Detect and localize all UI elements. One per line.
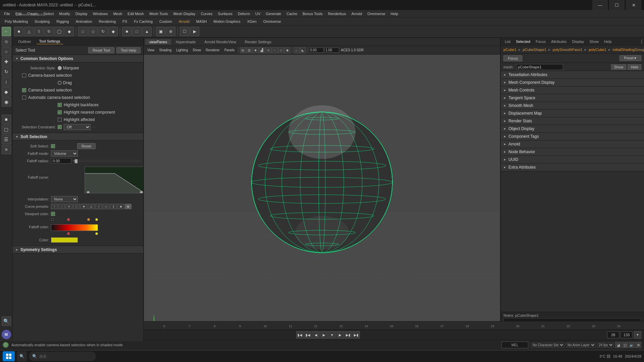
module-mash[interactable]: MASH — [193, 19, 210, 24]
vp-icon-4[interactable]: ▟ — [259, 47, 265, 53]
section-object-display-header[interactable]: ► Object Display — [501, 125, 644, 132]
section-tangent-space-header[interactable]: ► Tangent Space — [501, 94, 644, 102]
highlight-backfaces-checkbox[interactable]: ✓ — [58, 103, 62, 107]
tool-move[interactable]: ✚ — [2, 57, 11, 66]
breadcrumb-polysmoothface1[interactable]: polySmoothFace1 — [553, 48, 583, 52]
mel-python-toggle[interactable]: MEL — [501, 342, 528, 348]
toolbar-btn-17[interactable]: ▶ — [190, 27, 199, 36]
tool-layers[interactable]: ▢ — [2, 125, 11, 134]
module-fx-caching[interactable]: Fx Caching — [130, 19, 156, 24]
vp-lighting-btn[interactable]: Lighting — [174, 48, 190, 52]
section-arnold-header[interactable]: ► Arnold — [501, 140, 644, 148]
preset-btn-9[interactable]: ∥ — [110, 204, 117, 209]
start-button[interactable] — [3, 351, 15, 361]
status-btn-4[interactable]: ⚙ — [635, 342, 641, 348]
toolbar-btn-13[interactable]: ▲ — [142, 27, 152, 36]
section-component-tags-header[interactable]: ► Component Tags — [501, 133, 644, 140]
module-arnold[interactable]: Arnold — [175, 19, 193, 24]
tool-rotate[interactable]: ↻ — [2, 67, 11, 76]
reset-tool-button[interactable]: Reset Tool — [88, 47, 114, 53]
toolbar-btn-8[interactable]: ◇ — [88, 27, 98, 36]
common-selection-section[interactable]: ▼ Common Selection Options — [13, 55, 143, 62]
vp-cam-2[interactable]: ◣ — [300, 47, 306, 53]
toolbar-btn-16[interactable]: ☐ — [180, 27, 189, 36]
status-btn-2[interactable]: ◫ — [622, 342, 628, 348]
pb-goto-start[interactable]: ▮◀ — [296, 331, 304, 339]
menu-curves[interactable]: Curves — [198, 11, 215, 16]
breadcrumb-polycube1[interactable]: polyCube1 — [589, 48, 606, 52]
module-rigging[interactable]: Rigging — [53, 19, 72, 24]
status-btn-3[interactable]: 🔉 — [629, 342, 635, 348]
toolbar-btn-5[interactable]: ◯ — [54, 27, 64, 36]
vp-value-input-2[interactable] — [324, 48, 339, 53]
module-omniverse[interactable]: Omniverse — [260, 19, 284, 24]
camera-based-1-checkbox[interactable] — [22, 73, 26, 77]
menu-file[interactable]: File — [1, 11, 13, 16]
color-stop-red[interactable] — [67, 218, 70, 221]
right-tab-selected[interactable]: Selected — [513, 39, 533, 44]
lower-stop-red[interactable] — [67, 232, 70, 235]
highlight-nearest-checkbox[interactable]: ✓ — [58, 110, 62, 114]
symmetry-settings-section[interactable]: ► Symmetry Settings — [13, 246, 143, 253]
tool-channel[interactable]: ☰ — [2, 135, 11, 144]
auto-camera-checkbox[interactable] — [22, 96, 26, 100]
section-mesh-controls-header[interactable]: ► Mesh Controls — [501, 86, 644, 94]
vp-panels-btn[interactable]: Panels — [222, 48, 237, 52]
camera-based-2-checkbox[interactable]: ✓ — [22, 88, 26, 92]
vp-icon-5[interactable]: ⊙ — [265, 47, 271, 53]
minimize-button[interactable]: — — [592, 0, 608, 10]
color-stop-black[interactable] — [51, 218, 54, 221]
falloff-radius-input[interactable] — [51, 158, 71, 164]
show-button[interactable]: Show — [611, 64, 627, 70]
preset-btn-1[interactable]: ∖ — [51, 204, 58, 209]
menu-deform[interactable]: Deform — [235, 11, 253, 16]
section-uuid-header[interactable]: ► UUID — [501, 156, 644, 163]
module-fx[interactable]: FX — [119, 19, 130, 24]
tab-tool-settings[interactable]: Tool Settings — [37, 39, 63, 44]
taskbar-search-box[interactable]: 🔍 搜索 — [29, 352, 96, 361]
toolbar-btn-7[interactable]: □ — [78, 27, 88, 36]
vp-tab-hypershade[interactable]: Hypershade — [172, 39, 200, 45]
pb-play-fwd[interactable]: ▶ — [320, 331, 328, 339]
menu-cache[interactable]: Cache — [284, 11, 300, 16]
selection-constraint-dropdown[interactable]: Off — [64, 124, 91, 130]
viewport-canvas[interactable]: x y z persp — [144, 55, 500, 341]
toolbar-btn-12[interactable]: □ — [132, 27, 142, 36]
falloff-curve-display[interactable] — [85, 167, 144, 193]
toolbar-btn-14[interactable]: ▣ — [156, 27, 165, 36]
fps-dropdown[interactable]: 24 fps — [597, 343, 614, 348]
tool-lasso[interactable]: ⎋ — [2, 37, 11, 46]
preset-btn-7[interactable]: √ — [95, 204, 102, 209]
toolbar-btn-6[interactable]: ◆ — [64, 27, 74, 36]
tool-paint[interactable]: ○ — [2, 47, 11, 56]
character-set-dropdown[interactable]: No Character Set — [531, 343, 565, 348]
frame-total-input[interactable] — [621, 331, 633, 338]
right-tab-attributes[interactable]: Attributes — [548, 39, 569, 44]
falloff-color-gradient[interactable] — [51, 224, 98, 231]
tool-scale[interactable]: ↕ — [2, 77, 11, 86]
mesh-input[interactable] — [516, 64, 563, 70]
pb-prev-key[interactable]: ▮◀ — [304, 331, 312, 339]
color-swatch[interactable] — [51, 237, 78, 243]
toolbar-btn-10[interactable]: ◆ — [108, 27, 118, 36]
section-node-behavior-header[interactable]: ► Node Behavior — [501, 148, 644, 156]
menu-generate[interactable]: Generate — [263, 11, 284, 16]
pb-next-frame[interactable]: ▶ — [336, 331, 344, 339]
maximize-button[interactable]: ☐ — [609, 0, 625, 10]
highlight-affected-checkbox[interactable] — [58, 118, 62, 122]
menu-mesh-tools[interactable]: Mesh Tools — [147, 11, 170, 16]
menu-uv[interactable]: UV — [253, 11, 263, 16]
module-custom[interactable]: Custom — [156, 19, 175, 24]
close-button[interactable]: ✕ — [626, 0, 641, 10]
status-btn-1[interactable]: ◪ — [615, 342, 621, 348]
menu-omniverse[interactable]: Omniverse — [365, 11, 388, 16]
toolbar-btn-4[interactable]: ↻ — [44, 27, 54, 36]
menu-surfaces[interactable]: Surfaces — [215, 11, 235, 16]
menu-arnold[interactable]: Arnold — [349, 11, 365, 16]
taskbar-search-btn[interactable]: 🔍 — [17, 351, 27, 361]
preset-btn-8[interactable]: ▭ — [103, 204, 109, 209]
marquee-radio[interactable]: Marquee — [58, 66, 79, 70]
tool-help-button[interactable]: Tool Help — [116, 47, 141, 53]
tab-outliner[interactable]: Outliner — [15, 39, 34, 44]
vp-renderer-btn[interactable]: Renderer — [204, 48, 222, 52]
